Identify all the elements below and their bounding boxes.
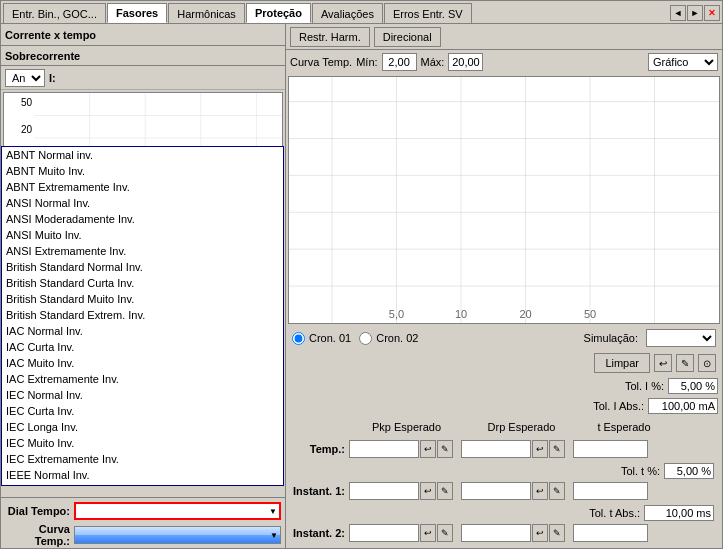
grafico-select[interactable]: Gráfico (648, 53, 718, 71)
temp-drp-input[interactable] (461, 440, 531, 458)
instant1-drp-icon1[interactable]: ↩ (532, 482, 548, 500)
dial-tempo-combo[interactable]: ▼ (74, 502, 281, 520)
action-icon-2[interactable]: ✎ (676, 354, 694, 372)
dropdown-item-bs-muito[interactable]: British Standard Muito Inv. (2, 291, 283, 307)
dropdown-item-bs-normal[interactable]: British Standard Normal Inv. (2, 259, 283, 275)
temp-pkp-icon1[interactable]: ↩ (420, 440, 436, 458)
instant2-drp-input[interactable] (461, 524, 531, 542)
curva-temp-config-row: Curva Temp. Mín: Máx: Gráfico (286, 50, 722, 74)
chart-with-dropdown: 50 20 10 5,0 2,0 1,0 (1, 90, 285, 497)
curva-temp-max-input[interactable] (448, 53, 483, 71)
instant1-drp-input[interactable] (461, 482, 531, 500)
cron-01-radio[interactable] (292, 332, 305, 345)
instant1-pkp-input[interactable] (349, 482, 419, 500)
limpar-button[interactable]: Limpar (594, 353, 650, 373)
dropdown-item-bs-curta[interactable]: British Standard Curta Inv. (2, 275, 283, 291)
instant2-pkp-icon2[interactable]: ✎ (437, 524, 453, 542)
instant1-t-input[interactable] (573, 482, 648, 500)
right-panel: Restr. Harm. Direcional Curva Temp. Mín:… (286, 24, 722, 548)
curve-type-dropdown[interactable]: ABNT Normal inv. ABNT Muito Inv. ABNT Ex… (1, 146, 284, 486)
tol-t-row: Tol. t %: (290, 462, 718, 480)
dropdown-item-abnt-muito[interactable]: ABNT Muito Inv. (2, 163, 283, 179)
instant1-pkp-icon1[interactable]: ↩ (420, 482, 436, 500)
sub-tab-direcional[interactable]: Direcional (374, 27, 441, 47)
instant2-drp-icon1[interactable]: ↩ (532, 524, 548, 542)
temp-t-input[interactable] (573, 440, 648, 458)
instant1-drp-group: ↩ ✎ (461, 482, 565, 500)
dropdown-item-iec-muito[interactable]: IEC Muito Inv. (2, 435, 283, 451)
tab-protecao[interactable]: Proteção (246, 3, 311, 23)
tol-i-abs-row: Tol. I Abs.: (286, 396, 722, 416)
cron-02-group: Cron. 02 (359, 332, 418, 345)
instant2-pkp-input[interactable] (349, 524, 419, 542)
dropdown-item-iec-ext[interactable]: IEC Extremamente Inv. (2, 451, 283, 467)
dropdown-item-ansi-muito[interactable]: ANSI Muito Inv. (2, 227, 283, 243)
svg-text:10: 10 (455, 308, 467, 320)
instant1-data-row: Instant. 1: ↩ ✎ ↩ ✎ (290, 480, 718, 502)
dropdown-item-ansi-normal[interactable]: ANSI Normal Inv. (2, 195, 283, 211)
instant1-pkp-group: ↩ ✎ (349, 482, 453, 500)
content-area: Corrente x tempo Sobrecorrente An I: 50 … (1, 24, 722, 548)
tol-t-abs-input[interactable] (644, 505, 714, 521)
dropdown-item-iec-longa[interactable]: IEC Longa Inv. (2, 419, 283, 435)
corrente-x-tempo-header: Corrente x tempo (1, 24, 285, 46)
tol-t-input[interactable] (664, 463, 714, 479)
instant2-pkp-icon1[interactable]: ↩ (420, 524, 436, 542)
tab-erros-entr-sv[interactable]: Erros Entr. SV (384, 3, 472, 23)
action-icon-3[interactable]: ⊙ (698, 354, 716, 372)
instant2-pkp-group: ↩ ✎ (349, 524, 453, 542)
dropdown-item-ansi-ext[interactable]: ANSI Extremamente Inv. (2, 243, 283, 259)
dropdown-item-bs-ext[interactable]: British Standard Extrem. Inv. (2, 307, 283, 323)
dial-tempo-arrow: ▼ (269, 507, 277, 516)
curva-temp-arrow: ▼ (270, 531, 278, 540)
sub-tab-restr-harm[interactable]: Restr. Harm. (290, 27, 370, 47)
temp-drp-icon2[interactable]: ✎ (549, 440, 565, 458)
instant1-pkp-icon2[interactable]: ✎ (437, 482, 453, 500)
tab-fasores[interactable]: Fasores (107, 3, 167, 23)
temp-data-row: Temp.: ↩ ✎ ↩ ✎ (290, 438, 718, 460)
tol-i-input[interactable] (668, 378, 718, 394)
dropdown-item-abnt-normal[interactable]: ABNT Normal inv. (2, 147, 283, 163)
dropdown-item-ieee-normal[interactable]: IEEE Normal Inv. (2, 467, 283, 483)
instant2-data-row: Instant. 2: ↩ ✎ ↩ ✎ (290, 522, 718, 544)
left-panel: Corrente x tempo Sobrecorrente An I: 50 … (1, 24, 286, 548)
simulacao-select[interactable] (646, 329, 716, 347)
tol-t-abs-row: Tol. t Abs.: (290, 504, 718, 522)
instant2-t-input[interactable] (573, 524, 648, 542)
instant2-drp-group: ↩ ✎ (461, 524, 565, 542)
dial-curva-section: Dial Tempo: ▼ Curva Temp.: ▼ (1, 497, 285, 548)
tab-nav-left[interactable]: ◄ (670, 5, 686, 21)
dropdown-item-abnt-ext[interactable]: ABNT Extremamente Inv. (2, 179, 283, 195)
unit-select[interactable]: An (5, 69, 45, 87)
tol-i-abs-input[interactable] (648, 398, 718, 414)
tab-entr-bin[interactable]: Entr. Bin., GOC... (3, 3, 106, 23)
dropdown-item-iac-curta[interactable]: IAC Curta Inv. (2, 339, 283, 355)
data-table-area: Pkp Esperado Drp Esperado t Esperado Tem… (286, 416, 722, 548)
cron-row: Cron. 01 Cron. 02 Simulação: (286, 326, 722, 350)
instant2-drp-icon2[interactable]: ✎ (549, 524, 565, 542)
top-tab-bar: Entr. Bin., GOC... Fasores Harmônicas Pr… (1, 1, 722, 24)
right-chart-svg: 5,0 10 20 50 (289, 77, 719, 323)
instant1-drp-icon2[interactable]: ✎ (549, 482, 565, 500)
dropdown-item-iac-normal[interactable]: IAC Normal Inv. (2, 323, 283, 339)
data-table-header: Pkp Esperado Drp Esperado t Esperado (290, 418, 718, 436)
action-row: Limpar ↩ ✎ ⊙ (286, 350, 722, 376)
temp-pkp-icon2[interactable]: ✎ (437, 440, 453, 458)
tab-nav-right[interactable]: ► (687, 5, 703, 21)
tab-harmonicas[interactable]: Harmônicas (168, 3, 245, 23)
curva-temp-min-input[interactable] (382, 53, 417, 71)
dropdown-item-iac-muito[interactable]: IAC Muito Inv. (2, 355, 283, 371)
dropdown-item-ieee-curta[interactable]: IEEE Curta Inv. (2, 483, 283, 486)
temp-pkp-input[interactable] (349, 440, 419, 458)
curva-temp-combo[interactable]: ▼ (74, 526, 281, 544)
tab-avaliacoes[interactable]: Avaliações (312, 3, 383, 23)
dropdown-item-iec-curta[interactable]: IEC Curta Inv. (2, 403, 283, 419)
cron-02-radio[interactable] (359, 332, 372, 345)
dropdown-item-ansi-mod[interactable]: ANSI Moderadamente Inv. (2, 211, 283, 227)
dropdown-item-iac-ext[interactable]: IAC Extremamente Inv. (2, 371, 283, 387)
tab-nav-arrows: ◄ ► ✕ (670, 5, 720, 21)
temp-drp-icon1[interactable]: ↩ (532, 440, 548, 458)
tab-nav-close[interactable]: ✕ (704, 5, 720, 21)
dropdown-item-iec-normal[interactable]: IEC Normal Inv. (2, 387, 283, 403)
action-icon-1[interactable]: ↩ (654, 354, 672, 372)
